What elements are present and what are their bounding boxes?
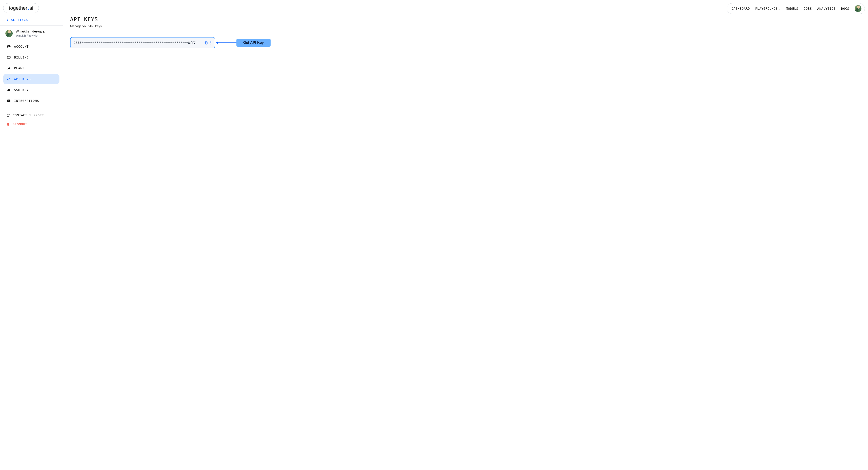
user-name: Wimukthi Indeewara	[16, 30, 44, 34]
api-key-row: 2058************************************…	[70, 37, 215, 48]
svg-rect-5	[7, 90, 10, 91]
svg-point-12	[211, 42, 211, 43]
topnav-label: DOCS	[841, 7, 849, 10]
logo-text-left: together	[9, 5, 27, 11]
svg-point-4	[7, 79, 9, 80]
page-subtitle: Manage your API keys.	[70, 24, 859, 28]
svg-rect-9	[7, 99, 10, 102]
topnav-jobs[interactable]: JOBS	[804, 7, 812, 10]
logo[interactable]: together.ai	[0, 0, 63, 15]
svg-rect-6	[8, 89, 10, 90]
avatar	[5, 30, 13, 37]
sidebar-item-plans[interactable]: PLANS	[3, 63, 59, 73]
topnav-label: ANALYTICS	[817, 7, 836, 10]
topnav-dashboard[interactable]: DASHBOARD	[732, 7, 750, 10]
svg-point-3	[9, 67, 9, 68]
sidebar-item-label: INTEGRATIONS	[14, 99, 39, 103]
callout-arrow	[216, 42, 237, 43]
signout-icon	[6, 123, 10, 126]
topnav-label: MODELS	[786, 7, 798, 10]
chevron-down-icon: ⌄	[779, 7, 781, 10]
copy-key-button[interactable]	[204, 41, 208, 45]
sidebar-item-label: SSH KEY	[14, 88, 29, 92]
get-api-key-callout: Get API Key	[237, 39, 271, 47]
topnav-docs[interactable]: DOCS	[841, 7, 849, 10]
rocket-icon	[7, 66, 11, 70]
sidebar-item-billing[interactable]: BILLING	[3, 52, 59, 63]
svg-point-13	[211, 44, 211, 45]
sidebar-item-label: BILLING	[14, 56, 29, 59]
svg-point-11	[211, 41, 211, 42]
svg-rect-10	[206, 42, 207, 44]
sidebar-item-label: API KEYS	[14, 77, 31, 81]
sidebar-item-integrations[interactable]: INTEGRATIONS	[3, 96, 59, 106]
topnav-label: JOBS	[804, 7, 812, 10]
sidebar-item-account[interactable]: ACCOUNT	[3, 41, 59, 52]
external-link-icon	[6, 113, 10, 117]
contact-support-label: CONTACT SUPPORT	[13, 113, 44, 117]
svg-point-1	[8, 45, 9, 46]
svg-point-8	[8, 90, 8, 91]
topnav-label: PLAYGROUNDS	[755, 7, 778, 10]
topnav-avatar[interactable]	[855, 5, 862, 12]
topnav-label: DASHBOARD	[732, 7, 750, 10]
copy-icon	[204, 41, 208, 45]
user-row[interactable]: Wimukthi Indeewara wimukthi@rowy.io	[0, 26, 63, 40]
key-more-button[interactable]	[210, 41, 212, 45]
signout[interactable]: SIGNOUT	[5, 120, 57, 128]
sidebar-item-api-keys[interactable]: API KEYS	[3, 74, 59, 84]
svg-rect-2	[7, 56, 10, 58]
terminal-icon	[7, 99, 11, 103]
topnav-playgrounds[interactable]: PLAYGROUNDS⌄	[755, 7, 780, 10]
sidebar: together.ai SETTINGS Wimukthi Indeewara …	[0, 0, 63, 470]
logo-text-right: ai	[29, 5, 33, 11]
key-icon	[7, 77, 11, 81]
page-title: API KEYS	[70, 16, 859, 23]
chevron-left-icon	[6, 18, 8, 22]
logo-dot: .	[27, 5, 29, 11]
settings-back[interactable]: SETTINGS	[0, 15, 63, 25]
user-email: wimukthi@rowy.io	[16, 34, 44, 37]
sidebar-item-label: ACCOUNT	[14, 45, 29, 48]
topnav-analytics[interactable]: ANALYTICS	[817, 7, 836, 10]
more-vertical-icon	[210, 41, 212, 45]
topnav-models[interactable]: MODELS	[786, 7, 798, 10]
sidebar-nav: ACCOUNT BILLING PLANS API KEYS SSH KEY I…	[0, 40, 63, 107]
api-key-masked: 2058************************************…	[74, 41, 202, 44]
sidebar-item-label: PLANS	[14, 66, 24, 70]
svg-rect-7	[8, 89, 9, 89]
sidebar-item-ssh-key[interactable]: SSH KEY	[3, 85, 59, 95]
topnav: DASHBOARD PLAYGROUNDS⌄ MODELS JOBS ANALY…	[727, 3, 865, 14]
account-icon	[7, 44, 11, 48]
card-icon	[7, 55, 11, 59]
server-icon	[7, 88, 11, 92]
signout-label: SIGNOUT	[13, 123, 27, 126]
contact-support[interactable]: CONTACT SUPPORT	[5, 111, 57, 119]
main: DASHBOARD PLAYGROUNDS⌄ MODELS JOBS ANALY…	[63, 0, 868, 470]
settings-back-label: SETTINGS	[11, 18, 28, 22]
